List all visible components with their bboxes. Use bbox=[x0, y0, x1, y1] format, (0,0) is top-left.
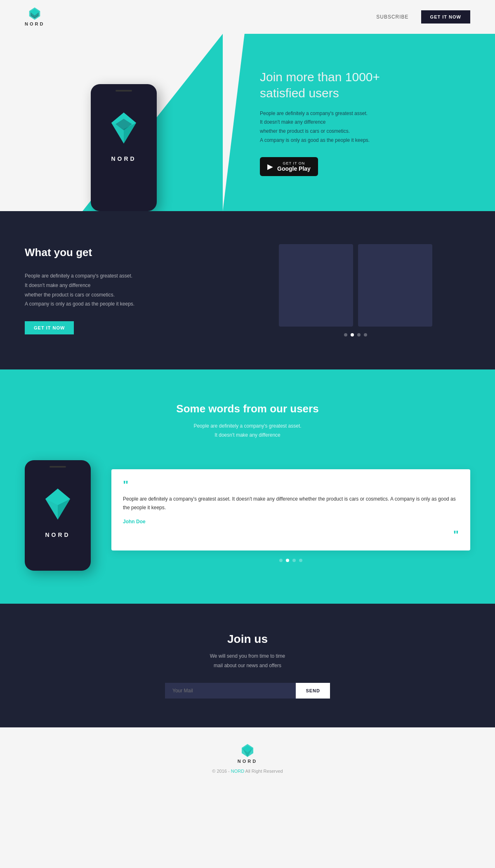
subscribe-link[interactable]: SUBSCRIBE bbox=[376, 14, 408, 20]
nav-logo-icon bbox=[28, 7, 41, 20]
join-form: SEND bbox=[165, 683, 330, 699]
footer-logo: NORD bbox=[25, 744, 470, 764]
testimonial-dot-1[interactable] bbox=[279, 559, 283, 562]
screenshots-row bbox=[279, 244, 432, 327]
carousel-dots bbox=[344, 333, 367, 336]
testimonial-card: " People are definitely a company's grea… bbox=[111, 469, 470, 550]
hero-phone-mockup: NORD bbox=[91, 84, 157, 211]
send-button[interactable]: SEND bbox=[296, 683, 330, 699]
testimonial-dot-2[interactable] bbox=[286, 559, 289, 562]
testimonials-section: Some words from our users People are def… bbox=[0, 369, 495, 604]
join-us-heading: Join us bbox=[25, 633, 470, 646]
testimonial-phone-speaker bbox=[50, 466, 66, 468]
testimonial-author: John Doe bbox=[123, 519, 146, 525]
hero-heading: Join more than 1000+ satisfied users bbox=[260, 69, 380, 101]
footer-brand-link[interactable]: NORD bbox=[231, 769, 244, 774]
phone-screen: NORD bbox=[95, 98, 153, 205]
navbar: NORD SUBSCRIBE GET IT NOW bbox=[0, 0, 495, 34]
carousel-dot-1[interactable] bbox=[344, 333, 347, 336]
what-you-get-section: What you get People are definitely a com… bbox=[0, 211, 495, 369]
quote-open-icon: " bbox=[123, 479, 459, 491]
email-input[interactable] bbox=[165, 683, 296, 699]
screenshot-card-1 bbox=[279, 244, 353, 327]
testimonial-phone-diamond bbox=[43, 487, 72, 523]
wyg-description: People are definitely a company's greate… bbox=[25, 271, 216, 309]
join-us-description: We will send you from time to time mail … bbox=[25, 652, 470, 670]
testimonial-card-wrapper: " People are definitely a company's grea… bbox=[111, 469, 470, 562]
nav-logo-text: NORD bbox=[25, 21, 45, 26]
carousel-dot-3[interactable] bbox=[357, 333, 361, 336]
hero-content: Join more than 1000+ satisfied users Peo… bbox=[260, 69, 380, 176]
join-us-section: Join us We will send you from time to ti… bbox=[0, 604, 495, 727]
testimonials-heading: Some words from our users bbox=[25, 402, 470, 415]
carousel-dot-2[interactable] bbox=[351, 333, 354, 336]
testimonials-subtext: People are definitely a company's greate… bbox=[25, 422, 470, 440]
phone-logo-text: NORD bbox=[111, 155, 136, 162]
hero-description: People are definitely a company's greate… bbox=[260, 109, 380, 145]
nav-logo: NORD bbox=[25, 7, 45, 26]
testimonial-dots bbox=[279, 559, 302, 562]
hero-right: Join more than 1000+ satisfied users Peo… bbox=[223, 34, 495, 211]
testimonial-dot-4[interactable] bbox=[299, 559, 302, 562]
wyg-left: What you get People are definitely a com… bbox=[25, 246, 216, 334]
testimonial-dot-3[interactable] bbox=[292, 559, 296, 562]
testimonials-body: NORD " People are definitely a company's… bbox=[25, 460, 470, 571]
screenshot-card-2 bbox=[358, 244, 432, 327]
footer-logo-text: NORD bbox=[238, 759, 257, 764]
footer: NORD © 2016 - NORD All Right Reserved bbox=[0, 727, 495, 790]
testimonial-phone-screen: NORD bbox=[29, 474, 87, 565]
footer-copyright: © 2016 - NORD All Right Reserved bbox=[25, 769, 470, 774]
carousel-dot-4[interactable] bbox=[364, 333, 367, 336]
testimonial-phone-logo: NORD bbox=[45, 532, 70, 538]
wyg-heading: What you get bbox=[25, 246, 216, 259]
footer-logo-icon bbox=[242, 744, 253, 757]
play-store-icon: ▶ bbox=[267, 162, 273, 171]
phone-diamond-icon bbox=[109, 111, 138, 147]
hero-section: NORD Join more than 1000+ satisfied user… bbox=[0, 34, 495, 211]
wyg-cta-button[interactable]: GET IT NOW bbox=[25, 321, 74, 334]
nav-right: SUBSCRIBE GET IT NOW bbox=[376, 10, 470, 24]
wyg-right bbox=[241, 244, 470, 336]
testimonial-phone-mockup: NORD bbox=[25, 460, 91, 571]
phone-speaker bbox=[116, 90, 132, 92]
google-play-text: GET IT ON Google Play bbox=[277, 161, 311, 172]
testimonials-header: Some words from our users People are def… bbox=[25, 402, 470, 440]
quote-close-icon: " bbox=[123, 529, 459, 541]
testimonial-text: People are definitely a company's greate… bbox=[123, 495, 459, 513]
google-play-button[interactable]: ▶ GET IT ON Google Play bbox=[260, 157, 318, 176]
hero-left: NORD bbox=[0, 34, 223, 211]
get-it-now-button[interactable]: GET IT NOW bbox=[421, 10, 470, 24]
